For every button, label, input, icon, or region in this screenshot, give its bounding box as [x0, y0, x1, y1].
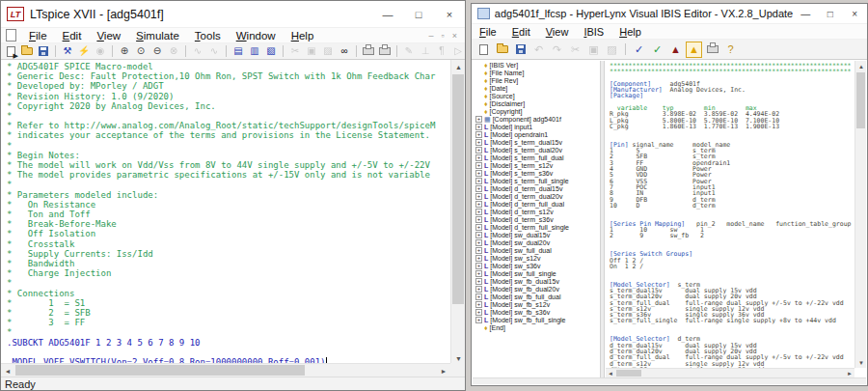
- show-errors-icon[interactable]: ▲: [667, 42, 684, 58]
- menu-item-view[interactable]: View: [89, 30, 128, 42]
- new-schematic-icon[interactable]: ▶: [3, 44, 18, 59]
- tree-item[interactable]: +L[Model] d_term_s36v: [473, 215, 600, 223]
- horizontal-scrollbar[interactable]: ◄ ►: [1, 363, 450, 377]
- tree-item[interactable]: ♦[Copyright]: [473, 107, 600, 115]
- expand-plus-icon[interactable]: +: [475, 201, 482, 208]
- expand-plus-icon[interactable]: +: [475, 216, 482, 223]
- ltspice-titlebar[interactable]: LT LTspice XVII - [adg5401f] — □ ×: [1, 1, 465, 28]
- mdi-restore-button[interactable]: ▫: [442, 31, 445, 41]
- ibis-tree-pane[interactable]: ♦[IBIS Ver]♦[File Name]♦[File Rev]♦[Date…: [473, 61, 600, 377]
- scrollbar-thumb[interactable]: [15, 365, 305, 376]
- tree-item[interactable]: +L[Model] s_term_dual15v: [473, 138, 600, 146]
- expand-plus-icon[interactable]: +: [475, 193, 482, 200]
- save-icon[interactable]: [512, 42, 529, 58]
- expand-plus-icon[interactable]: +: [475, 170, 482, 177]
- expand-plus-icon[interactable]: +: [475, 286, 482, 293]
- close-button[interactable]: ×: [434, 1, 465, 27]
- tree-item[interactable]: +L[Model] d_term_dual15v: [473, 184, 600, 192]
- maximize-button[interactable]: □: [818, 4, 843, 23]
- pane-splitter[interactable]: [600, 61, 605, 377]
- maximize-button[interactable]: □: [403, 1, 434, 27]
- tree-item[interactable]: +L[Model] d_term_s12v: [473, 208, 600, 215]
- tree-item[interactable]: +L[Model] sw_fb_dual15v: [473, 277, 600, 285]
- zoom-area-icon[interactable]: ⊙: [133, 44, 149, 59]
- tree-item[interactable]: +L[Model] d_term_dual20v: [473, 192, 600, 200]
- tree-item[interactable]: +▦[Component] adg5401f: [473, 115, 600, 123]
- expand-plus-icon[interactable]: +: [475, 154, 482, 161]
- expand-plus-icon[interactable]: +: [475, 293, 482, 300]
- expand-plus-icon[interactable]: +: [475, 263, 482, 269]
- tile-horizontal-icon[interactable]: ▤: [231, 44, 246, 59]
- ibis-text-pane[interactable]: ****************************************…: [606, 61, 854, 368]
- tree-item[interactable]: +L[Model] sw_fb_dual20v: [473, 285, 600, 293]
- horizontal-scrollbar[interactable]: ◄ ►: [606, 368, 854, 377]
- expand-plus-icon[interactable]: +: [475, 278, 482, 285]
- minimize-button[interactable]: —: [372, 1, 403, 27]
- menu-item-window[interactable]: Window: [229, 30, 284, 42]
- scroll-right-icon[interactable]: ►: [437, 364, 450, 377]
- zoom-in-icon[interactable]: ⊕: [117, 44, 132, 59]
- tree-item[interactable]: +L[Model] s_term_full_single: [473, 177, 600, 184]
- tree-item[interactable]: +L[Model] sw_full_single: [473, 269, 600, 277]
- expand-plus-icon[interactable]: +: [475, 309, 482, 316]
- tree-item[interactable]: +L[Model] sw_dual15v: [473, 231, 600, 238]
- tree-item[interactable]: ♦[File Name]: [473, 69, 600, 76]
- mdi-minimize-button[interactable]: –: [429, 31, 434, 41]
- save-icon[interactable]: [36, 44, 51, 59]
- check-syntax-icon[interactable]: ✓: [631, 42, 647, 58]
- menu-item-file[interactable]: File: [472, 26, 504, 38]
- tree-item[interactable]: +L[Model] s_term_s12v: [473, 161, 600, 169]
- tree-item[interactable]: +L[Model] sw_fb_s36v: [473, 308, 600, 316]
- tree-item[interactable]: +L[Model] input1: [473, 123, 600, 130]
- menu-item-tools[interactable]: Tools: [187, 30, 229, 42]
- tree-item[interactable]: +L[Model] s_term_dual20v: [473, 146, 600, 154]
- vertical-scrollbar[interactable]: ▲ ▼: [854, 61, 866, 368]
- tree-item[interactable]: +L[Model] sw_full_dual: [473, 246, 600, 254]
- netlist-hammer-icon[interactable]: ⚒: [60, 44, 75, 59]
- menu-item-help[interactable]: Help: [611, 26, 649, 38]
- expand-plus-icon[interactable]: +: [475, 239, 482, 246]
- expand-plus-icon[interactable]: +: [475, 139, 482, 146]
- tree-item[interactable]: +L[Model] s_term_full_dual: [473, 154, 600, 161]
- tree-item[interactable]: +L[Model] s_term_s36v: [473, 169, 600, 177]
- print-preview-icon[interactable]: [377, 44, 393, 59]
- tree-item[interactable]: ♦[Source]: [473, 92, 600, 99]
- tree-item[interactable]: +L[Model] d_term_full_single: [473, 223, 600, 231]
- expand-plus-icon[interactable]: +: [475, 255, 482, 262]
- expand-plus-icon[interactable]: +: [475, 131, 482, 138]
- expand-plus-icon[interactable]: +: [475, 178, 482, 184]
- scroll-up-icon[interactable]: ▲: [855, 61, 867, 71]
- scroll-down-icon[interactable]: ▼: [855, 357, 867, 368]
- tree-item[interactable]: +L[Model] sw_s36v: [473, 262, 600, 269]
- tree-item[interactable]: ♦[Disclaimer]: [473, 99, 600, 107]
- show-warnings-icon[interactable]: ▲: [686, 42, 702, 58]
- tree-item[interactable]: +L[Model] sw_fb_full_single: [473, 316, 600, 323]
- menu-item-edit[interactable]: Edit: [504, 26, 538, 38]
- vertical-scrollbar[interactable]: ▲ ▼: [450, 60, 465, 365]
- expand-plus-icon[interactable]: +: [475, 124, 482, 130]
- expand-plus-icon[interactable]: +: [475, 232, 482, 238]
- open-icon[interactable]: [19, 44, 35, 59]
- tile-vertical-icon[interactable]: ▥: [247, 44, 262, 59]
- expand-plus-icon[interactable]: +: [475, 162, 482, 169]
- tree-item[interactable]: +L[Model] d_term_full_dual: [473, 200, 600, 208]
- help-key-icon[interactable]: ?: [722, 42, 739, 58]
- expand-plus-icon[interactable]: +: [475, 147, 482, 154]
- tree-item[interactable]: ♦[IBIS Ver]: [473, 61, 600, 69]
- menu-item-view[interactable]: View: [538, 26, 577, 38]
- expand-plus-icon[interactable]: +: [475, 317, 482, 323]
- close-button[interactable]: ×: [842, 4, 867, 23]
- expand-plus-icon[interactable]: +: [475, 185, 482, 192]
- tree-item[interactable]: +L[Model] sw_dual20v: [473, 238, 600, 246]
- print-icon[interactable]: [361, 44, 376, 59]
- check-complete-icon[interactable]: ✓: [649, 42, 665, 58]
- tree-item[interactable]: ♦[Date]: [473, 84, 600, 92]
- run-icon[interactable]: ⚡: [76, 44, 92, 59]
- tree-item[interactable]: +L[Model] sw_fb_full_dual: [473, 293, 600, 300]
- menu-item-edit[interactable]: Edit: [55, 30, 90, 42]
- expand-plus-icon[interactable]: +: [475, 224, 482, 231]
- menu-item-ibis[interactable]: IBIS: [576, 26, 611, 38]
- menu-item-simulate[interactable]: Simulate: [128, 30, 187, 42]
- zoom-out-icon[interactable]: ⊖: [149, 44, 165, 59]
- scrollbar-thumb[interactable]: [856, 72, 865, 128]
